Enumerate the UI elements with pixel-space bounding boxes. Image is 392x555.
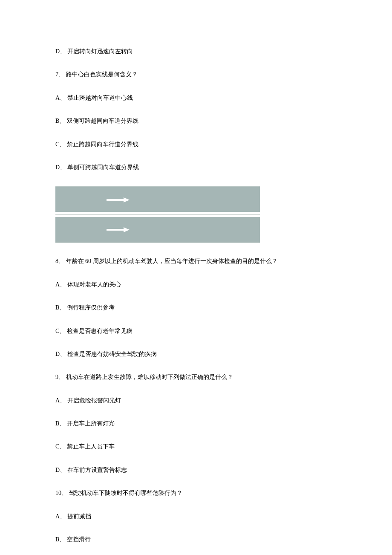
road-lower-lane bbox=[55, 217, 260, 242]
question-10: 10、 驾驶机动车下陡坡时不得有哪些危险行为？ bbox=[55, 489, 337, 498]
direction-arrow-icon bbox=[107, 198, 130, 202]
q7-option-d: D、 单侧可跨越同向车道分界线 bbox=[55, 163, 337, 172]
road-center-solid-line bbox=[55, 212, 260, 217]
q9-option-d: D、 在车前方设置警告标志 bbox=[55, 465, 337, 475]
q7-option-b: B、 双侧可跨越同向车道分界线 bbox=[55, 116, 337, 126]
q10-option-a: A、 提前减挡 bbox=[55, 512, 337, 521]
direction-arrow-icon bbox=[107, 228, 130, 231]
road-bottom-edge bbox=[55, 242, 260, 243]
q10-option-b: B、 空挡滑行 bbox=[55, 535, 337, 544]
question-9: 9、 机动车在道路上发生故障，难以移动时下列做法正确的是什么？ bbox=[55, 373, 337, 382]
q8-option-c: C、 检查是否患有老年常见病 bbox=[55, 327, 337, 336]
q8-option-a: A、 体现对老年人的关心 bbox=[55, 280, 337, 289]
q7-option-c: C、 禁止跨越同向车行道分界线 bbox=[55, 140, 337, 149]
road-upper-lane bbox=[55, 187, 260, 212]
document-page: D、 开启转向灯迅速向左转向 7、 路中心白色实线是何含义？ A、 禁止跨越对向… bbox=[0, 0, 392, 555]
q9-option-c: C、 禁止车上人员下车 bbox=[55, 442, 337, 451]
question-7: 7、 路中心白色实线是何含义？ bbox=[55, 70, 337, 79]
q8-option-d: D、 检查是否患有妨碍安全驾驶的疾病 bbox=[55, 350, 337, 359]
q7-option-a: A、 禁止跨越对向车道中心线 bbox=[55, 93, 337, 103]
q9-option-b: B、 开启车上所有灯光 bbox=[55, 419, 337, 428]
q9-option-a: A、 开启危险报警闪光灯 bbox=[55, 396, 337, 405]
road-diagram bbox=[55, 186, 260, 243]
q8-option-b: B、 例行程序仅供参考 bbox=[55, 303, 337, 312]
option-d-prev: D、 开启转向灯迅速向左转向 bbox=[55, 47, 337, 56]
question-8: 8、 年龄在 60 周岁以上的机动车驾驶人，应当每年进行一次身体检查的目的是什么… bbox=[55, 257, 337, 266]
